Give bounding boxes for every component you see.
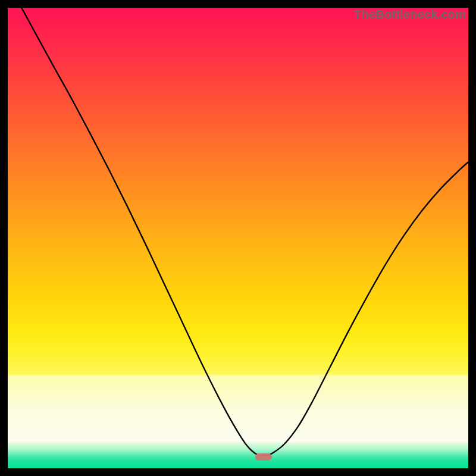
- watermark-text: TheBottleneck.com: [354, 8, 466, 21]
- chart-gradient-background: [8, 8, 468, 468]
- optimal-point-marker: [255, 453, 272, 461]
- chart-frame: TheBottleneck.com: [8, 8, 468, 468]
